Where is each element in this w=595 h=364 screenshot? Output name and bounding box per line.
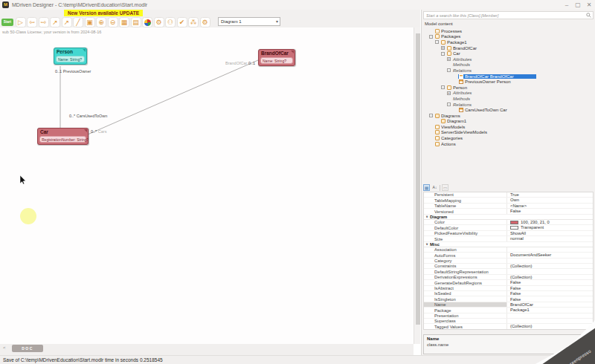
expand-icon[interactable]: + xyxy=(447,91,451,95)
property-value[interactable]: False xyxy=(507,286,593,290)
tree-item-relations[interactable]: -Relations xyxy=(422,68,595,74)
property-grid: PersistentTrueTableMappingOwnTableName<N… xyxy=(423,192,594,330)
expand-icon[interactable]: + xyxy=(441,46,445,50)
property-value[interactable]: (Collection) xyxy=(507,324,593,328)
tree-item-relations[interactable]: -Relations xyxy=(422,102,595,108)
property-row-isabstract[interactable]: IsAbstractFalse xyxy=(424,286,593,291)
property-row-derivationexpressions[interactable]: DerivationExpressions(Collection) xyxy=(424,275,593,280)
class-box-brandofcar[interactable]: BrandOfCarName: String? xyxy=(258,49,295,66)
collapse-icon[interactable]: - xyxy=(447,68,451,72)
collapse-icon[interactable]: - xyxy=(447,103,451,106)
property-row-autoforms[interactable]: AutoFormsDocumentAndSeeker xyxy=(424,253,593,258)
tab-scroll-left[interactable]: < xyxy=(3,345,6,350)
tree-item-viewmodels[interactable]: ViewModels xyxy=(422,124,595,130)
search-input[interactable] xyxy=(423,11,594,19)
property-row-tagged-values[interactable]: Tagged Values(Collection) xyxy=(424,324,593,329)
property-row-color[interactable]: Color100, 230, 21, 0 xyxy=(424,220,593,225)
class-attribute[interactable]: Name: String? xyxy=(56,56,85,62)
class-box-person[interactable]: PersonName: String? xyxy=(54,48,87,65)
property-value[interactable]: <Name> xyxy=(507,204,593,208)
property-row-size[interactable]: Sizenormal xyxy=(424,236,593,241)
property-row-constraints[interactable]: Constraints(Collection) xyxy=(424,264,593,269)
doc-tab[interactable]: DOC xyxy=(12,345,43,352)
property-value[interactable]: Transparent xyxy=(507,225,593,230)
property-value[interactable]: normal xyxy=(507,236,593,241)
property-row-presentation[interactable]: Presentation xyxy=(424,313,593,319)
chevron-down-icon[interactable]: ∨ xyxy=(424,215,430,218)
tree-item-person[interactable]: -Person xyxy=(422,85,595,91)
tree-item-actions[interactable]: Actions xyxy=(422,141,595,147)
chevron-down-icon[interactable]: ∨ xyxy=(424,242,430,246)
property-value[interactable]: (Collection) xyxy=(507,264,593,268)
tree-item-car[interactable]: -Car xyxy=(422,51,595,56)
collapse-icon[interactable]: - xyxy=(435,40,439,44)
tree-item-methods[interactable]: Methods xyxy=(422,96,595,102)
property-value[interactable]: True xyxy=(507,192,593,197)
collapse-icon[interactable]: - xyxy=(441,85,445,89)
property-value[interactable] xyxy=(507,313,593,318)
property-row-name[interactable]: NameBrandOfCar xyxy=(424,302,593,308)
tree-item-attributes[interactable]: +Attributes xyxy=(422,91,595,97)
property-row-pickedfeaturevisibility[interactable]: PickedFeatureVisibilityShowAll xyxy=(424,231,593,236)
diagram-canvas[interactable]: PersonName: String?BrandOfCarName: Strin… xyxy=(0,27,414,344)
property-row-defaultcolor[interactable]: DefaultColorTransparent xyxy=(424,225,593,230)
property-value[interactable]: DocumentAndSeeker xyxy=(507,253,593,257)
minimize-button[interactable]: – xyxy=(562,0,572,10)
property-row-persistent[interactable]: PersistentTrue xyxy=(424,192,593,198)
tree-item-previousowner-person[interactable]: PreviousOwner Person xyxy=(422,79,595,85)
property-value[interactable]: False xyxy=(507,291,593,296)
property-value[interactable]: Package1 xyxy=(507,308,593,312)
tree-item-categories[interactable]: Categories xyxy=(422,135,595,141)
canvas-vertical-scrollbar[interactable] xyxy=(414,27,420,344)
tree-item-package1[interactable]: -Package1 xyxy=(422,39,595,45)
tree-item-packages[interactable]: -Packages xyxy=(422,34,595,40)
property-row-issingleton[interactable]: IsSingletonFalse xyxy=(424,296,593,302)
collapse-icon[interactable]: - xyxy=(429,35,433,39)
tree-item-content: ServerSideViewModels xyxy=(434,130,488,134)
tree-item-attributes[interactable]: +Attributes xyxy=(422,56,595,62)
maximize-button[interactable]: ▢ xyxy=(573,0,583,10)
property-row-issealed[interactable]: IsSealedFalse xyxy=(424,291,593,296)
scrollbar-thumb[interactable] xyxy=(416,33,420,325)
property-value[interactable]: False xyxy=(507,280,593,285)
class-icon xyxy=(447,51,451,56)
processes-icon xyxy=(435,29,440,33)
tree-item-diagram1[interactable]: Diagram1 xyxy=(422,119,595,125)
property-row-generatedefaultregions[interactable]: GenerateDefaultRegionsFalse xyxy=(424,280,593,285)
tree-item-brandofcar[interactable]: +BrandOfCar xyxy=(422,45,595,51)
property-value[interactable]: (Collection) xyxy=(507,275,593,279)
property-value[interactable] xyxy=(507,247,593,252)
property-value[interactable]: Own xyxy=(507,198,593,202)
property-value[interactable]: BrandOfCar xyxy=(507,302,593,307)
tree-item-methods[interactable]: Methods xyxy=(422,62,595,68)
tree-item-carsusedtoown-car[interactable]: CarsUsedToOwn Car xyxy=(422,107,595,113)
categorized-view-icon[interactable]: ▦ xyxy=(423,184,430,191)
expand-icon[interactable]: + xyxy=(447,57,451,61)
tree-item-brandofcar-brandofcar[interactable]: BrandOfCar BrandOfCar xyxy=(422,74,595,79)
class-box-car[interactable]: CarRegistrationNumber: String? xyxy=(37,128,89,145)
property-row-superclass[interactable]: Superclass xyxy=(424,319,593,324)
property-row-versioned[interactable]: VersionedFalse xyxy=(424,209,593,214)
collapse-icon[interactable]: - xyxy=(441,52,445,56)
alphabetical-sort-icon[interactable]: A↓ xyxy=(431,184,438,191)
tree-item-processes[interactable]: Processes xyxy=(422,28,595,34)
property-row-tablename[interactable]: TableName<Name> xyxy=(424,204,593,209)
tree-item-serversideviewmodels[interactable]: ServerSideViewModels xyxy=(422,130,595,136)
class-attribute[interactable]: Name: String? xyxy=(260,57,293,64)
property-value[interactable]: ShowAll xyxy=(507,231,593,235)
property-value[interactable]: 100, 230, 21, 0 xyxy=(507,220,593,224)
property-row-defaultstringrepresentation[interactable]: DefaultStringRepresentation xyxy=(424,269,593,274)
collapse-icon[interactable]: - xyxy=(429,114,433,117)
property-row-category[interactable]: Category xyxy=(424,259,593,264)
property-value[interactable] xyxy=(507,269,593,273)
property-row-tablemapping[interactable]: TableMappingOwn xyxy=(424,198,593,203)
close-button[interactable]: ✕ xyxy=(584,0,594,10)
property-value[interactable]: False xyxy=(507,209,593,213)
property-value[interactable]: False xyxy=(507,296,593,301)
tree-item-diagrams[interactable]: -Diagrams xyxy=(422,113,595,119)
class-attribute[interactable]: RegistrationNumber: String? xyxy=(39,136,86,143)
property-value[interactable] xyxy=(507,259,593,263)
property-value[interactable] xyxy=(507,319,593,323)
property-row-association[interactable]: Association xyxy=(424,247,593,253)
property-row-package[interactable]: PackagePackage1 xyxy=(424,308,593,313)
